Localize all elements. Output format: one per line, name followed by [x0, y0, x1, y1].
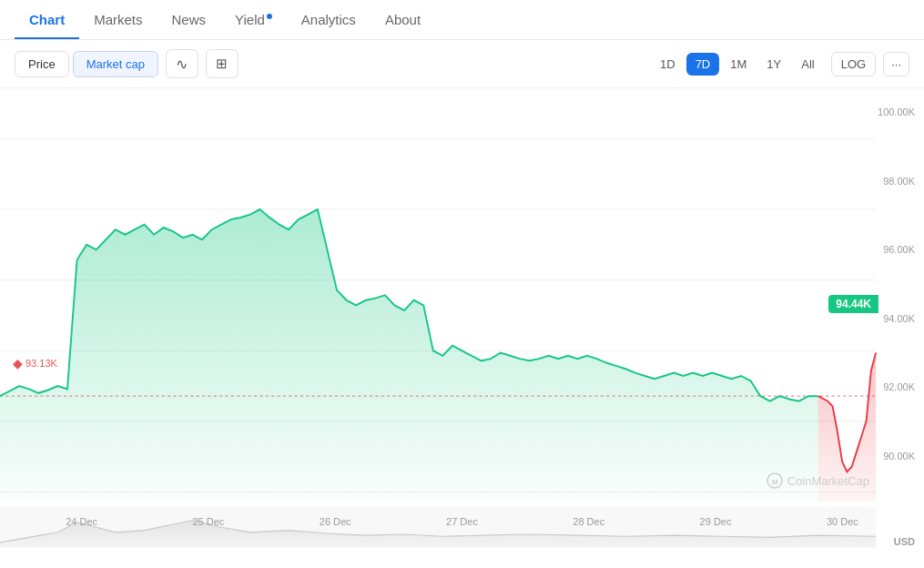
toolbar: Price Market cap ∿ ⊞ 1D 7D 1M 1Y All LOG… — [0, 40, 924, 88]
svg-text:M: M — [771, 478, 777, 486]
x-label-1: 25 Dec — [192, 516, 224, 527]
candle-chart-button[interactable]: ⊞ — [206, 49, 239, 78]
cmc-logo-icon: M — [767, 472, 783, 489]
y-label-0: 100.00K — [878, 106, 915, 117]
line-chart-button[interactable]: ∿ — [166, 49, 198, 78]
x-label-3: 27 Dec — [446, 516, 478, 527]
time-1y[interactable]: 1Y — [757, 53, 790, 76]
current-price-label: 94.44K — [828, 295, 878, 313]
tab-about[interactable]: About — [371, 1, 435, 38]
log-scale-button[interactable]: LOG — [831, 52, 876, 76]
candle-icon: ⊞ — [216, 56, 228, 72]
y-label-1: 98.00K — [878, 176, 915, 187]
time-1d[interactable]: 1D — [651, 53, 685, 76]
tab-yield[interactable]: Yield — [220, 1, 287, 38]
time-range-group: 1D 7D 1M 1Y All — [651, 53, 824, 76]
time-all[interactable]: All — [792, 53, 823, 76]
x-label-6: 30 Dec — [827, 516, 858, 527]
tab-analytics[interactable]: Analytics — [287, 1, 371, 38]
tab-news[interactable]: News — [157, 1, 221, 38]
y-label-3: 94.00K — [878, 313, 915, 324]
usd-label: USD — [894, 536, 915, 547]
yield-dot — [267, 14, 272, 19]
market-cap-button[interactable]: Market cap — [73, 51, 158, 77]
nav-tabs: Chart Markets News Yield Analytics About — [0, 0, 924, 40]
x-label-5: 29 Dec — [700, 516, 732, 527]
y-label-5: 90.00K — [878, 451, 915, 462]
time-7d[interactable]: 7D — [686, 53, 720, 76]
time-1m[interactable]: 1M — [721, 53, 756, 76]
tab-chart[interactable]: Chart — [15, 1, 79, 38]
y-axis: 100.00K 98.00K 96.00K 94.00K 92.00K 90.0… — [878, 88, 915, 480]
more-options-button[interactable]: ··· — [883, 52, 909, 76]
start-price-label: ◆ 93.13K — [13, 356, 57, 370]
y-label-4: 92.00K — [878, 381, 915, 392]
line-icon: ∿ — [176, 56, 188, 73]
x-label-4: 28 Dec — [573, 516, 604, 527]
chart-area: 100.00K 98.00K 96.00K 94.00K 92.00K 90.0… — [0, 88, 924, 553]
y-label-2: 96.00K — [878, 244, 915, 255]
price-marketcap-group: Price Market cap — [15, 51, 158, 77]
x-label-0: 24 Dec — [66, 516, 97, 527]
coinmarketcap-watermark: M CoinMarketCap — [767, 472, 869, 489]
tab-markets[interactable]: Markets — [79, 1, 157, 38]
x-axis: 24 Dec 25 Dec 26 Dec 27 Dec 28 Dec 29 De… — [0, 516, 924, 527]
x-label-2: 26 Dec — [320, 516, 351, 527]
price-button[interactable]: Price — [15, 51, 69, 77]
